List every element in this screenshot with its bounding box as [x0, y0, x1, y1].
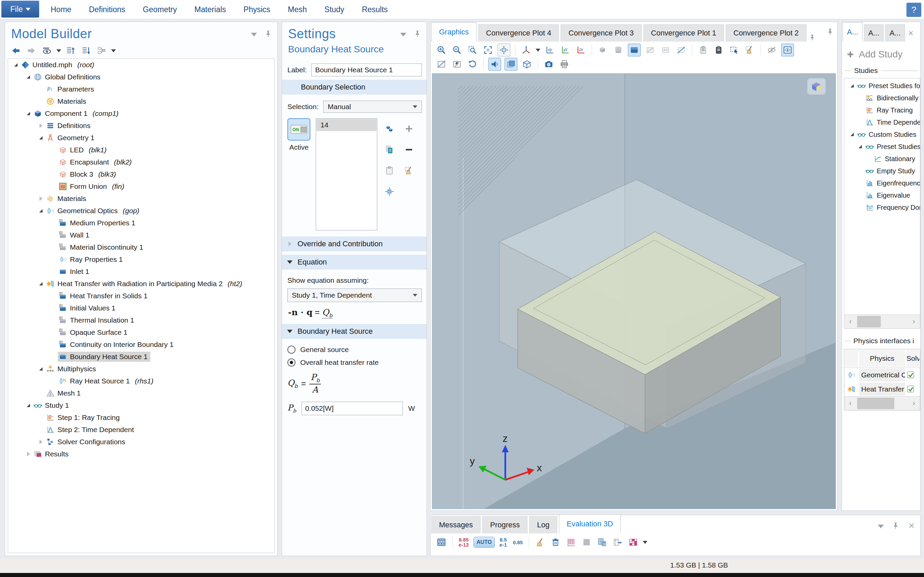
mb-fwd-button[interactable]: [25, 45, 37, 57]
tree-item[interactable]: Materials: [8, 193, 274, 205]
camera-button[interactable]: [543, 58, 555, 70]
pane-circle-slash-button[interactable]: [451, 58, 463, 70]
tree-item[interactable]: DHeat Transfer in Solids 1: [8, 290, 274, 302]
speaker-button[interactable]: [488, 58, 501, 71]
pane-eye-button[interactable]: [781, 44, 794, 56]
tree-item[interactable]: Preset Studies for Some Physics Interfac…: [844, 140, 920, 153]
minus-button[interactable]: [403, 143, 415, 156]
selbox-cursor-button[interactable]: [728, 44, 740, 56]
radio-general-source[interactable]: General source: [282, 339, 427, 354]
tab-graphics[interactable]: Graphics: [431, 22, 476, 42]
rotate-button[interactable]: [467, 58, 478, 70]
tree-item[interactable]: Definitions: [8, 119, 274, 132]
tree-item[interactable]: Materials: [8, 95, 274, 108]
pin-icon[interactable]: [826, 27, 834, 37]
tree-item[interactable]: Heat Transfer with Radiation in Particip…: [8, 278, 274, 290]
radio-overall-rate[interactable]: Overall heat transfer rate: [282, 354, 427, 366]
tree-item[interactable]: DMedium Properties 1: [8, 217, 274, 229]
expand-arrow-icon[interactable]: [37, 209, 45, 213]
mb-back-button[interactable]: [10, 45, 22, 57]
panel-menu-icon[interactable]: [878, 525, 884, 529]
paste-sel-button[interactable]: [383, 164, 396, 177]
pb-input[interactable]: 0.052[W]: [302, 402, 403, 415]
pink-table-button[interactable]: [627, 536, 639, 548]
eye-slash-button[interactable]: [766, 44, 778, 56]
expand-arrow-icon[interactable]: [37, 440, 45, 444]
tree-item[interactable]: Inlet 1: [8, 266, 274, 278]
chevron-down-icon[interactable]: [536, 48, 540, 52]
file-menu-button[interactable]: File: [2, 1, 39, 18]
tree-item[interactable]: DInitial Values 1: [8, 302, 274, 314]
close-icon[interactable]: [908, 522, 916, 531]
tree-item[interactable]: DThermal Insulation 1: [8, 314, 274, 326]
tree-item[interactable]: Form Union(fin): [8, 181, 274, 193]
assistant-tab-1[interactable]: A...: [843, 22, 863, 42]
solve-checkbox[interactable]: [906, 385, 915, 393]
sel-point-button[interactable]: [660, 44, 672, 56]
tree-item[interactable]: Block 3(blk3): [8, 168, 274, 181]
tab-messages[interactable]: Messages: [431, 516, 481, 533]
triad-button[interactable]: [520, 44, 532, 56]
node-set-button[interactable]: [96, 45, 108, 57]
tab-evaluation-3d[interactable]: Evaluation 3D: [559, 514, 621, 533]
scroll-thumb[interactable]: [857, 398, 894, 409]
tree-item[interactable]: Custom Studies: [844, 128, 920, 140]
brush-button[interactable]: [744, 44, 756, 56]
list-expand-button[interactable]: [80, 45, 92, 57]
tree-item[interactable]: Encapsulant(blk2): [8, 156, 274, 168]
list-collapse-button[interactable]: [64, 45, 77, 57]
expand-arrow-icon[interactable]: [37, 196, 45, 201]
tbl-settings-button[interactable]: [435, 536, 448, 548]
physics-table-row[interactable]: Heat Transfer with Radiation in Particip…: [844, 382, 920, 396]
number-format-button[interactable]: 8.5e-1: [498, 537, 508, 547]
expand-arrow-icon[interactable]: [37, 282, 45, 285]
chevron-down-icon[interactable]: [56, 49, 61, 52]
printer-button[interactable]: [558, 58, 570, 70]
ribbon-tab-geometry[interactable]: Geometry: [143, 5, 177, 14]
ribbon-tab-materials[interactable]: Materials: [195, 5, 226, 14]
studies-hscrollbar[interactable]: ‹ ›: [844, 314, 920, 328]
tab-log[interactable]: Log: [529, 516, 557, 533]
expand-arrow-icon[interactable]: [856, 145, 864, 148]
scroll-right-icon[interactable]: ›: [908, 399, 920, 408]
tree-item[interactable]: Ray Tracing: [844, 104, 920, 116]
tree-item[interactable]: Ray Properties 1: [8, 253, 274, 266]
expand-arrow-icon[interactable]: [11, 63, 20, 66]
ribbon-tab-study[interactable]: Study: [325, 5, 344, 14]
pane-stack-button[interactable]: [505, 58, 517, 71]
expand-arrow-icon[interactable]: [37, 123, 45, 128]
view-cube-widget[interactable]: [808, 78, 826, 95]
assistant-tab-2[interactable]: A...: [864, 24, 884, 42]
zoom2sel-button[interactable]: [383, 185, 396, 198]
tree-item[interactable]: DWall 1: [8, 229, 274, 241]
expand-arrow-icon[interactable]: [24, 452, 33, 456]
chevron-down-icon[interactable]: [111, 49, 116, 52]
scroll-thumb[interactable]: [857, 316, 881, 327]
table-hscrollbar[interactable]: ‹ ›: [844, 396, 920, 410]
panel-menu-icon[interactable]: [400, 33, 406, 37]
tree-item[interactable]: Step 2: Time Dependent: [8, 424, 274, 436]
panel-menu-icon[interactable]: [251, 33, 257, 37]
scroll-right-icon[interactable]: ›: [908, 317, 920, 326]
selection-list-item[interactable]: 14: [316, 119, 377, 131]
table-calc-button[interactable]: [596, 536, 608, 548]
expand-arrow-icon[interactable]: [24, 404, 33, 407]
close-icon[interactable]: [907, 29, 914, 37]
section-equation[interactable]: Equation: [282, 255, 427, 269]
tab-progress[interactable]: Progress: [482, 516, 528, 533]
auto-format-button[interactable]: AUTO: [473, 537, 495, 548]
help-button[interactable]: ?: [906, 3, 921, 17]
tree-item[interactable]: Frequency Domain: [844, 201, 920, 213]
expand-arrow-icon[interactable]: [37, 136, 45, 140]
tree-item[interactable]: Geometry 1: [8, 132, 274, 144]
tab-convergence-plot-4[interactable]: Convergence Plot 4: [478, 24, 559, 42]
brush-button[interactable]: [403, 164, 415, 177]
wire-cube-button[interactable]: [521, 58, 533, 70]
tree-item[interactable]: DContinuity on Interior Boundary 1: [8, 338, 274, 351]
plus-button[interactable]: [403, 122, 415, 135]
selection-list[interactable]: 14: [316, 118, 377, 230]
expand-arrow-icon[interactable]: [24, 112, 33, 115]
selection-dropdown[interactable]: Manual: [323, 101, 422, 113]
tree-item[interactable]: Empty Study: [844, 165, 920, 177]
tree-item[interactable]: Solver Configurations: [8, 436, 274, 448]
